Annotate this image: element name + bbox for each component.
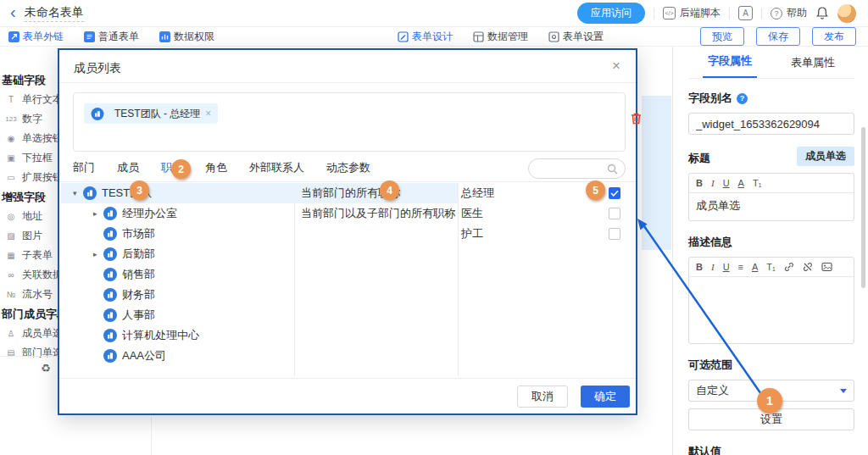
tree-item-root[interactable]: ▾ TEST团队: [61, 183, 294, 203]
scope-option-current[interactable]: 当前部门的所有职称: [294, 183, 458, 203]
bell-icon[interactable]: [815, 6, 829, 20]
chevron-down-icon: [840, 389, 847, 393]
preview-button[interactable]: 预览: [700, 27, 744, 46]
caret-right-icon[interactable]: ▸: [93, 250, 103, 258]
search-box[interactable]: [528, 158, 626, 179]
title-editor-content[interactable]: 成员单选: [689, 193, 854, 220]
close-icon[interactable]: ×: [612, 58, 620, 75]
department-icon: [103, 227, 117, 241]
bars-icon: [159, 31, 170, 42]
tab-data-management[interactable]: 数据管理: [473, 30, 528, 44]
recycle-bin-icon[interactable]: ♻: [41, 362, 51, 375]
tree-item[interactable]: 计算机处理中心: [61, 325, 294, 346]
text-icon: T: [5, 95, 17, 104]
tree-item[interactable]: 销售部: [61, 264, 294, 285]
back-button[interactable]: ‹: [10, 3, 16, 22]
form-icon: [84, 31, 95, 42]
bold-icon[interactable]: B: [696, 262, 703, 272]
tree-item[interactable]: ▸ 经理办公室: [61, 203, 294, 224]
field-alias-input[interactable]: [688, 113, 854, 135]
underline-icon[interactable]: U: [723, 178, 730, 188]
design-icon: [398, 31, 409, 42]
pill-icon: ▭: [5, 173, 17, 182]
align-icon[interactable]: ≡: [738, 262, 743, 272]
annotation-step-1: 1: [757, 388, 782, 413]
dropdown-icon: ▣: [5, 153, 17, 163]
tab-data-permission[interactable]: 数据权限: [159, 30, 214, 44]
tab-form-design[interactable]: 表单设计: [398, 30, 453, 44]
help-button[interactable]: ? 帮助: [771, 6, 807, 20]
link-icon[interactable]: [784, 262, 794, 272]
confirm-button[interactable]: 确定: [581, 386, 630, 408]
field-label: 子表单: [22, 248, 53, 263]
tree-item[interactable]: ▸ 后勤部: [61, 244, 294, 264]
selected-members-box: TEST团队 - 总经理 ×: [73, 92, 626, 152]
checkbox-icon[interactable]: [609, 228, 620, 240]
italic-icon[interactable]: I: [711, 178, 715, 188]
pin-icon: ◎: [5, 212, 17, 221]
settings-icon: [548, 31, 559, 42]
title-label: 标题: [688, 151, 710, 166]
tab-form-external-link[interactable]: 表单外链: [8, 30, 64, 44]
department-icon: [103, 207, 117, 220]
italic-icon[interactable]: I: [711, 262, 715, 272]
tree-item[interactable]: 市场部: [61, 224, 294, 244]
checkbox-icon[interactable]: [609, 208, 620, 219]
subtable-icon: ▦: [5, 251, 17, 260]
scope-column: 当前部门的所有职称 当前部门以及子部门的所有职称: [294, 183, 458, 224]
tree-item[interactable]: AAA公司: [61, 346, 294, 366]
font-color-icon[interactable]: A: [738, 178, 744, 188]
tree-item-label: 计算机处理中心: [122, 328, 199, 343]
user-avatar[interactable]: [837, 4, 856, 23]
tree-item[interactable]: 财务部: [61, 285, 294, 305]
question-icon: ?: [771, 8, 782, 19]
field-alias-label: 字段别名: [688, 91, 732, 106]
caret-right-icon[interactable]: ▸: [93, 209, 103, 218]
insert-image-icon[interactable]: [821, 262, 832, 272]
job-title-row[interactable]: 医生: [461, 203, 626, 224]
tag-label: TEST团队 - 总经理: [114, 107, 200, 121]
font-color-icon[interactable]: A: [752, 262, 758, 272]
delete-field-icon[interactable]: [630, 112, 643, 125]
field-label: 图片: [22, 229, 42, 243]
caret-down-icon[interactable]: ▾: [73, 189, 83, 197]
backend-script-label: 后端脚本: [680, 6, 721, 20]
description-editor-content[interactable]: [689, 277, 854, 343]
selected-member-tag[interactable]: TEST团队 - 总经理 ×: [84, 103, 218, 124]
underline-icon[interactable]: U: [723, 262, 730, 272]
font-size-icon[interactable]: T₁: [766, 262, 775, 272]
description-editor: B I U ≡ A T₁: [688, 257, 854, 344]
cancel-button[interactable]: 取消: [517, 386, 568, 408]
font-size-icon[interactable]: T₁: [753, 178, 761, 188]
form-title[interactable]: 未命名表单: [25, 5, 84, 22]
tree-item[interactable]: 人事部: [61, 305, 294, 325]
field-label: 部门单选: [22, 346, 63, 360]
divider: [729, 8, 730, 19]
search-input[interactable]: [539, 163, 607, 175]
help-icon[interactable]: ?: [737, 93, 748, 104]
panel-scrollbar[interactable]: [861, 127, 865, 288]
bold-icon[interactable]: B: [696, 178, 703, 188]
tab-normal-form[interactable]: 普通表单: [84, 30, 139, 44]
tab-label: 数据管理: [487, 30, 528, 44]
code-icon: </>: [663, 7, 676, 19]
tab-label: 表单设置: [563, 30, 604, 44]
field-label: 单行文本: [22, 92, 63, 107]
backend-script-button[interactable]: </> 后端脚本: [663, 6, 721, 20]
tab-form-properties[interactable]: 表单属性: [786, 55, 840, 78]
app-access-button[interactable]: 应用访问: [577, 3, 645, 24]
annotation-step-3: 3: [130, 180, 149, 200]
scope-option-current-and-sub[interactable]: 当前部门以及子部门的所有职称: [294, 203, 458, 224]
job-title-label: 总经理: [461, 186, 494, 201]
serial-icon: №: [5, 290, 17, 299]
checkbox-checked-icon[interactable]: [609, 187, 620, 199]
save-button[interactable]: 保存: [756, 27, 800, 46]
unlink-icon[interactable]: [803, 262, 813, 272]
job-title-row[interactable]: 护工: [461, 224, 626, 244]
assistant-icon[interactable]: A: [738, 6, 753, 20]
tab-field-properties[interactable]: 字段属性: [703, 53, 757, 78]
form-toolbar: 表单外链 普通表单 数据权限 表单设计 数据管理 表单设置 预览 保存 发布: [0, 27, 868, 47]
publish-button[interactable]: 发布: [812, 27, 856, 46]
tab-form-settings[interactable]: 表单设置: [548, 30, 604, 44]
remove-tag-icon[interactable]: ×: [205, 108, 211, 119]
